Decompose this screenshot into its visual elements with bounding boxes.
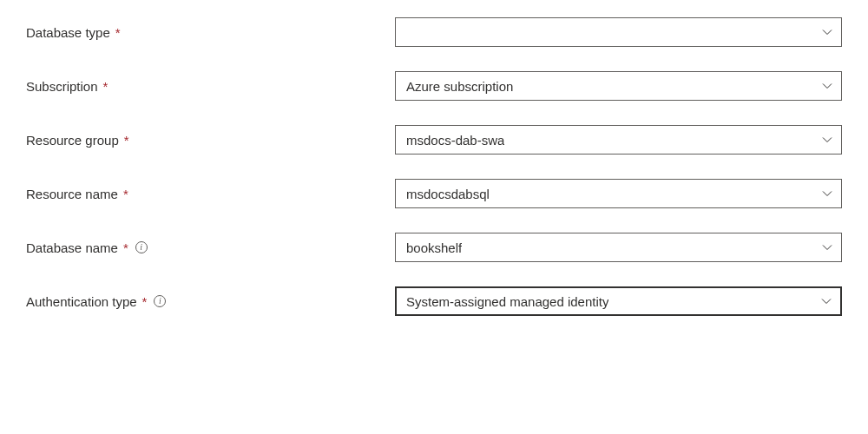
required-indicator: * (123, 187, 128, 201)
authentication-type-value: System-assigned managed identity (406, 294, 608, 309)
authentication-type-label: Authentication type (26, 294, 137, 309)
label-cell: Authentication type * i (26, 294, 395, 309)
required-indicator: * (123, 240, 128, 255)
required-indicator: * (103, 79, 108, 94)
chevron-down-icon (822, 135, 832, 145)
control-cell: System-assigned managed identity (395, 286, 842, 316)
info-icon[interactable]: i (154, 295, 166, 307)
info-icon[interactable]: i (135, 241, 148, 253)
chevron-down-icon (822, 242, 832, 253)
chevron-down-icon (821, 296, 832, 306)
form-row-subscription: Subscription * Azure subscription (26, 71, 842, 101)
control-cell (395, 17, 842, 47)
resource-name-label: Resource name (26, 187, 118, 201)
form-row-authentication-type: Authentication type * i System-assigned … (26, 286, 842, 316)
form-row-database-name: Database name * i bookshelf (26, 233, 842, 262)
control-cell: msdocs-dab-swa (395, 125, 842, 155)
resource-name-value: msdocsdabsql (406, 187, 490, 201)
resource-group-dropdown[interactable]: msdocs-dab-swa (395, 125, 842, 155)
resource-group-label: Resource group (26, 133, 119, 148)
label-cell: Database type * (26, 25, 395, 40)
subscription-dropdown[interactable]: Azure subscription (395, 71, 842, 101)
subscription-label: Subscription (26, 79, 98, 94)
database-type-label: Database type (26, 25, 110, 40)
database-name-value: bookshelf (406, 240, 462, 255)
control-cell: msdocsdabsql (395, 179, 842, 208)
authentication-type-dropdown[interactable]: System-assigned managed identity (395, 286, 842, 316)
required-indicator: * (124, 133, 129, 148)
label-cell: Database name * i (26, 240, 395, 255)
resource-name-dropdown[interactable]: msdocsdabsql (395, 179, 842, 208)
chevron-down-icon (822, 81, 832, 91)
label-cell: Subscription * (26, 79, 395, 94)
chevron-down-icon (822, 27, 832, 37)
subscription-value: Azure subscription (406, 79, 513, 94)
label-cell: Resource name * (26, 187, 395, 201)
control-cell: Azure subscription (395, 71, 842, 101)
form-row-database-type: Database type * (26, 17, 842, 47)
form-row-resource-group: Resource group * msdocs-dab-swa (26, 125, 842, 155)
label-cell: Resource group * (26, 133, 395, 148)
form-row-resource-name: Resource name * msdocsdabsql (26, 179, 842, 208)
required-indicator: * (115, 25, 121, 40)
database-type-dropdown[interactable] (395, 17, 842, 47)
required-indicator: * (142, 294, 148, 309)
resource-group-value: msdocs-dab-swa (406, 133, 504, 148)
chevron-down-icon (822, 188, 832, 199)
database-name-dropdown[interactable]: bookshelf (395, 233, 842, 262)
control-cell: bookshelf (395, 233, 842, 262)
database-name-label: Database name (26, 240, 118, 255)
